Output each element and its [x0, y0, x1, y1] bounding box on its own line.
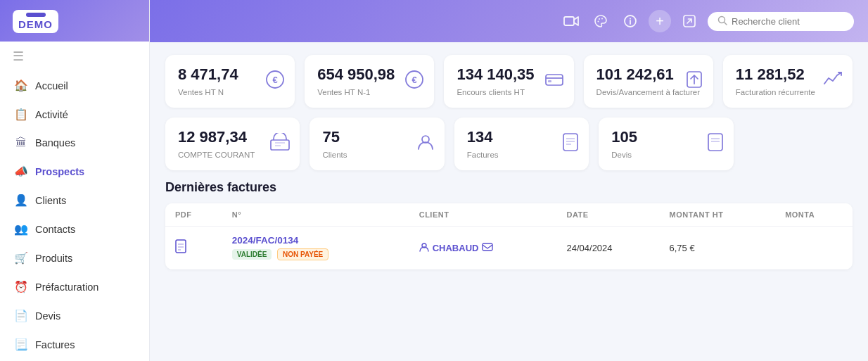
- sidebar-item-prefacturation[interactable]: ⏰ Préfacturation: [0, 272, 149, 301]
- factures-icon: 📃: [14, 338, 28, 351]
- video-icon[interactable]: [560, 10, 582, 32]
- cell-date: 24/04/2024: [557, 227, 660, 270]
- sidebar-item-prospects[interactable]: 📣 Prospects: [0, 157, 149, 186]
- bank-icon: 🏛: [14, 137, 28, 149]
- sidebar-item-devis[interactable]: 📄 Devis: [0, 301, 149, 330]
- kpi-empty: [743, 118, 853, 170]
- kpi-icon-devis: [707, 132, 724, 156]
- search-input[interactable]: [732, 16, 844, 27]
- kpi-clients: 75 Clients: [309, 118, 444, 170]
- col-client: CLIENT: [409, 203, 557, 227]
- sidebar-label-accueil: Accueil: [35, 80, 68, 91]
- prospects-icon: 📣: [14, 165, 28, 178]
- contacts-icon: 👥: [14, 222, 28, 236]
- cell-numero: 2024/FAC/0134 VALIDÉE NON PAYÉE: [222, 227, 409, 270]
- kpi-icon-encours: [544, 71, 564, 92]
- add-button[interactable]: +: [649, 10, 671, 32]
- sidebar-item-clients[interactable]: 👤 Clients: [0, 186, 149, 215]
- sidebar-label-produits: Produits: [35, 253, 72, 264]
- pdf-icon[interactable]: [175, 243, 186, 255]
- section-title-factures: Dernières factures: [165, 180, 853, 195]
- products-icon: 🛒: [14, 251, 28, 265]
- sidebar-item-activite[interactable]: 📋 Activité: [0, 100, 149, 129]
- kpi-icon-ventes-ht-n: €: [265, 70, 285, 94]
- search-box[interactable]: [708, 12, 854, 31]
- sidebar-label-contacts: Contacts: [35, 224, 75, 235]
- kpi-value-devis: 105: [611, 129, 720, 146]
- kpi-icon-devis-avancement: [685, 70, 703, 94]
- col-date: DATE: [557, 203, 660, 227]
- col-montant-ht: MONTANT HT: [660, 203, 776, 227]
- svg-point-1: [598, 21, 599, 23]
- kpi-ventes-ht-n1: 654 950,98 Ventes HT N-1 €: [305, 55, 434, 108]
- kpi-icon-ventes-ht-n1: €: [404, 70, 424, 94]
- header: +: [150, 0, 868, 42]
- sidebar-nav: 🏠 Accueil 📋 Activité 🏛 Banques 📣 Prospec…: [0, 71, 149, 361]
- sidebar-item-banques[interactable]: 🏛 Banques: [0, 129, 149, 157]
- kpi-icon-factures: [562, 132, 579, 156]
- devis-icon: 📄: [14, 309, 28, 322]
- kpi-facturation-recurrente: 11 281,52 Facturation récurrente: [723, 55, 853, 108]
- sidebar-label-banques: Banques: [35, 137, 75, 148]
- svg-rect-18: [271, 140, 289, 150]
- sidebar-label-factures: Factures: [35, 339, 75, 350]
- export-icon[interactable]: [678, 10, 701, 32]
- table-row: 2024/FAC/0134 VALIDÉE NON PAYÉE CHABA: [165, 227, 853, 270]
- col-monta: MONTA: [775, 203, 853, 227]
- clients-icon: 👤: [14, 194, 28, 207]
- menu-toggle-icon[interactable]: ☰: [0, 42, 149, 71]
- invoice-link[interactable]: 2024/FAC/0134: [232, 235, 299, 246]
- client-user-icon: [419, 242, 429, 254]
- kpi-icon-clients: [416, 133, 435, 156]
- badge-validee: VALIDÉE: [232, 249, 272, 260]
- content: 8 471,74 Ventes HT N € 654 950,98 Ventes…: [150, 42, 868, 361]
- cell-monta: [775, 227, 853, 270]
- main-wrapper: + 8 471,74 Ventes HT N €: [150, 0, 868, 361]
- svg-point-6: [630, 18, 631, 20]
- client-email-icon[interactable]: [482, 243, 493, 253]
- svg-rect-26: [708, 134, 722, 151]
- invoice-table: PDF N° CLIENT DATE MONTANT HT MONTA: [165, 203, 853, 270]
- sidebar-item-factures[interactable]: 📃 Factures: [0, 330, 149, 359]
- kpi-ventes-ht-n: 8 471,74 Ventes HT N €: [165, 55, 295, 108]
- svg-point-2: [599, 18, 600, 20]
- sidebar-item-contacts[interactable]: 👥 Contacts: [0, 215, 149, 243]
- prefact-icon: ⏰: [14, 280, 28, 293]
- logo-area: DEMO: [0, 0, 149, 42]
- svg-rect-16: [548, 80, 551, 82]
- kpi-row-1: 8 471,74 Ventes HT N € 654 950,98 Ventes…: [165, 55, 853, 108]
- search-icon: [717, 15, 727, 27]
- kpi-compte-courant: 12 987,34 COMPTE COURANT: [165, 118, 300, 170]
- kpi-label-devis: Devis: [611, 150, 720, 160]
- svg-point-3: [601, 18, 603, 20]
- svg-rect-14: [546, 75, 563, 85]
- sidebar-item-produits[interactable]: 🛒 Produits: [0, 243, 149, 272]
- sidebar-label-prospects: Prospects: [35, 166, 84, 177]
- kpi-label-factures: Factures: [467, 150, 576, 160]
- kpi-icon-facturation-recurrente: [823, 71, 843, 92]
- info-icon[interactable]: [619, 10, 642, 32]
- badge-non-payee: NON PAYÉE: [277, 248, 328, 260]
- logo: DEMO: [13, 10, 58, 33]
- cell-montant-ht: 6,75 €: [660, 227, 776, 270]
- svg-text:€: €: [412, 75, 417, 85]
- cell-pdf: [165, 227, 222, 270]
- svg-rect-34: [483, 243, 492, 251]
- kpi-value-clients: 75: [322, 129, 431, 146]
- sidebar-label-devis: Devis: [35, 310, 60, 322]
- sidebar-label-prefacturation: Préfacturation: [35, 281, 98, 293]
- client-name[interactable]: CHABAUD: [433, 243, 479, 253]
- palette-icon[interactable]: [589, 10, 612, 32]
- kpi-encours: 134 140,35 Encours clients HT: [444, 55, 573, 108]
- kpi-devis-avancement: 101 242,61 Devis/Avancement à facturer: [584, 55, 713, 108]
- sidebar: DEMO ☰ 🏠 Accueil 📋 Activité 🏛 Banques 📣 …: [0, 0, 150, 361]
- kpi-value-factures: 134: [467, 129, 576, 146]
- col-numero: N°: [222, 203, 409, 227]
- sidebar-item-accueil[interactable]: 🏠 Accueil: [0, 71, 149, 100]
- cell-client: CHABAUD: [409, 227, 557, 270]
- svg-rect-29: [176, 240, 186, 253]
- kpi-label-clients: Clients: [322, 150, 431, 160]
- svg-rect-22: [563, 134, 577, 151]
- activity-icon: 📋: [14, 108, 28, 121]
- kpi-factures: 134 Factures: [454, 118, 589, 170]
